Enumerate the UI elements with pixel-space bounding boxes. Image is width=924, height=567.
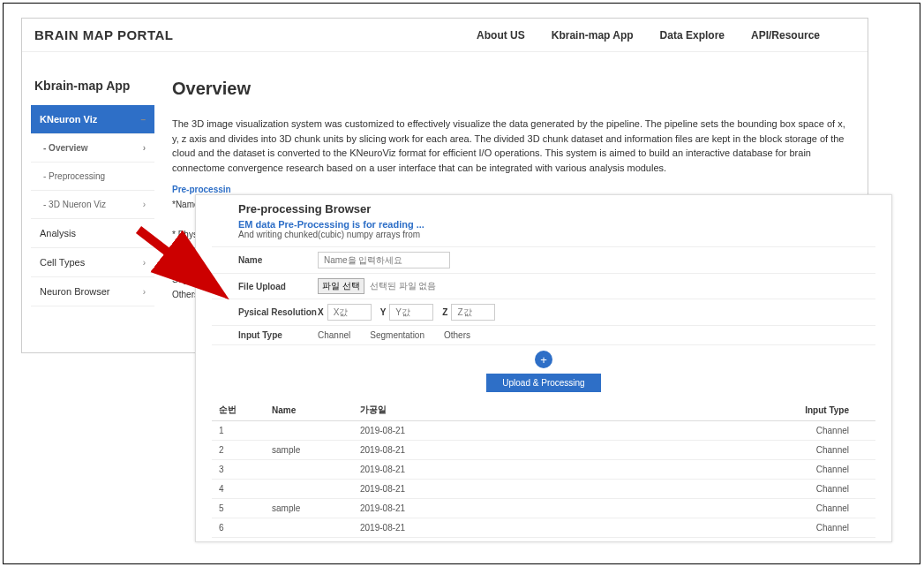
sidebar-item[interactable]: - 3D Nueron Viz› — [31, 191, 154, 219]
x-axis-label: X — [318, 307, 324, 317]
nav-explore[interactable]: Data Explore — [660, 29, 725, 42]
row-input-type: Input Type Channel Segmentation Others — [212, 325, 875, 345]
sidebar-title: Kbrain-map App — [31, 79, 154, 93]
table-row[interactable]: 2sample2019-08-21Channel — [212, 441, 875, 460]
header: BRAIN MAP PORTAL About US Kbrain-map App… — [22, 19, 868, 52]
sidebar: Kbrain-map App KNeuron Viz–- Overview›- … — [31, 79, 154, 306]
th-date: 가공일 — [353, 399, 770, 421]
sidebar-item[interactable]: Neuron Browser› — [31, 277, 154, 306]
z-axis-label: Z — [442, 307, 447, 317]
logo: BRAIN MAP PORTAL — [34, 27, 173, 42]
z-input[interactable] — [451, 304, 495, 321]
opt-others[interactable]: Others — [444, 330, 470, 340]
name-label: Name — [238, 255, 318, 265]
y-axis-label: Y — [380, 307, 387, 317]
input-type-label: Input Type — [238, 330, 318, 340]
th-type: Input Type — [770, 399, 875, 421]
file-label: File Upload — [238, 282, 318, 291]
table-row[interactable]: 5sample2019-08-21Channel — [212, 499, 875, 518]
overlay-desc: And writing chunked(cubic) numpy arrays … — [238, 230, 875, 239]
top-nav: About US Kbrain-map App Data Explore API… — [477, 29, 855, 42]
overlay-subtitle: EM data Pre-Processing is for reading ..… — [238, 219, 875, 230]
sidebar-item[interactable]: - Overview› — [31, 134, 154, 163]
table-row[interactable]: 32019-08-21Channel — [212, 460, 875, 480]
page-title: Overview — [172, 79, 850, 99]
th-name: Name — [265, 399, 353, 421]
opt-channel[interactable]: Channel — [318, 330, 350, 340]
table-row[interactable]: 12019-08-21Channel — [212, 421, 875, 441]
table-row[interactable]: 42019-08-21Channel — [212, 480, 875, 499]
opt-segmentation[interactable]: Segmentation — [370, 330, 424, 340]
file-none-text: 선택된 파일 없음 — [370, 280, 437, 292]
overlay-title: Pre-processing Browser — [238, 202, 875, 215]
results-table: 순번 Name 가공일 Input Type 12019-08-21Channe… — [212, 399, 875, 538]
x-input[interactable] — [327, 304, 372, 321]
y-input[interactable] — [389, 304, 433, 321]
th-seq: 순번 — [212, 399, 265, 421]
preprocessing-browser-panel: Pre-processing Browser EM data Pre-Proce… — [195, 194, 892, 542]
file-choose-button[interactable]: 파일 선택 — [318, 278, 364, 294]
row-resolution: Pysical Resolution X Y Z — [212, 299, 875, 325]
overview-text: The 3D image visualization system was cu… — [172, 117, 850, 175]
sidebar-item[interactable]: Cell Types› — [31, 248, 154, 277]
nav-api[interactable]: API/Resource — [751, 29, 820, 42]
table-row[interactable]: 62019-08-21Channel — [212, 518, 875, 538]
nav-about[interactable]: About US — [477, 29, 525, 42]
add-button[interactable]: + — [535, 351, 552, 368]
sidebar-item[interactable]: - Preprocessing — [31, 163, 154, 191]
res-label: Pysical Resolution — [238, 307, 318, 317]
sidebar-item[interactable]: Analysis+ — [31, 219, 154, 248]
row-file: File Upload 파일 선택 선택된 파일 없음 — [212, 273, 875, 299]
sidebar-item[interactable]: KNeuron Viz– — [31, 105, 154, 134]
name-input[interactable] — [318, 252, 450, 268]
row-name: Name — [212, 246, 875, 273]
nav-app[interactable]: Kbrain-map App — [552, 29, 634, 42]
upload-processing-button[interactable]: Upload & Processing — [486, 374, 600, 392]
